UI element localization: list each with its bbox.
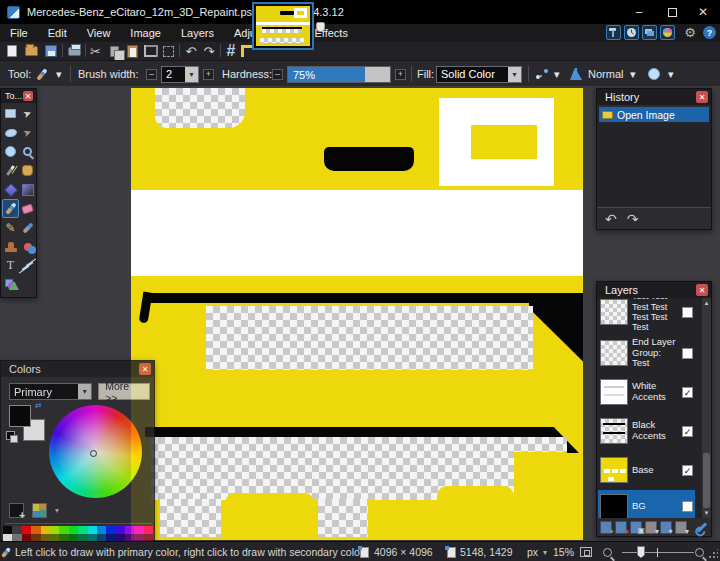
palette-swatch[interactable] <box>88 534 97 542</box>
scroll-down-arrow[interactable]: ▼ <box>702 508 711 518</box>
tools-panel-close-button[interactable]: ✕ <box>23 91 33 101</box>
menu-image[interactable]: Image <box>120 24 171 42</box>
tool-move-selection[interactable]: ➤ <box>19 123 36 142</box>
reset-colors-icon[interactable] <box>6 431 15 440</box>
palette-swatch[interactable] <box>3 534 12 542</box>
layers-panel-close-button[interactable]: ✕ <box>696 284 708 296</box>
zoom-in-button[interactable] <box>695 542 704 561</box>
layer-visibility-checkbox[interactable] <box>682 348 693 359</box>
history-item-open-image[interactable]: Open Image <box>599 107 709 122</box>
palette-swatch[interactable] <box>22 526 31 534</box>
brush-width-decrease[interactable]: – <box>146 61 157 87</box>
palette-swatch[interactable] <box>78 526 87 534</box>
move-layer-down-button[interactable]: ▾ <box>675 521 687 534</box>
tool-clone-stamp[interactable] <box>2 237 19 256</box>
palette-swatch[interactable] <box>31 526 40 534</box>
palette-swatch[interactable] <box>41 534 50 542</box>
close-button[interactable]: ✕ <box>688 0 718 24</box>
move-layer-up-button[interactable]: ✦ <box>660 521 672 534</box>
hardness-decrease[interactable]: – <box>272 61 283 87</box>
palette-swatch[interactable] <box>97 534 106 542</box>
layers-panel-toggle[interactable] <box>642 25 657 40</box>
print-button[interactable] <box>66 43 83 59</box>
tools-panel-titlebar[interactable]: To... ✕ <box>1 89 36 103</box>
menu-file[interactable]: File <box>0 24 38 42</box>
layer-visibility-checkbox[interactable]: ✓ <box>682 426 693 437</box>
brush-width-increase[interactable]: + <box>203 61 214 87</box>
palette-swatch[interactable] <box>12 534 21 542</box>
layer-row-end-layer-group[interactable]: End Layer Group: Test <box>598 334 695 372</box>
palette-swatch[interactable] <box>125 534 134 542</box>
tool-paint-bucket[interactable] <box>2 180 19 199</box>
palette-swatch[interactable] <box>116 534 125 542</box>
more-button[interactable]: More >> <box>98 383 150 400</box>
undo-button[interactable]: ↶ <box>183 43 199 59</box>
layers-scrollbar[interactable]: ▲ ▼ <box>702 298 711 518</box>
cut-button[interactable]: ✂ <box>88 43 103 59</box>
palette-swatch[interactable] <box>106 526 115 534</box>
save-button[interactable] <box>43 43 59 59</box>
history-panel-toggle[interactable] <box>624 25 639 40</box>
palette-swatch[interactable] <box>88 526 97 534</box>
fit-to-window-button[interactable] <box>580 542 592 561</box>
history-panel-titlebar[interactable]: History ✕ <box>597 89 711 105</box>
zoom-slider-track[interactable] <box>622 552 694 553</box>
tool-magic-wand[interactable] <box>2 161 19 180</box>
layers-panel-titlebar[interactable]: Layers ✕ <box>597 282 711 298</box>
menu-edit[interactable]: Edit <box>38 24 77 42</box>
paste-button[interactable] <box>124 43 140 59</box>
settings-gear-icon[interactable]: ⚙ <box>684 26 696 39</box>
layer-row-base[interactable]: Base ✓ <box>598 451 695 489</box>
tool-line-curve[interactable] <box>19 256 36 275</box>
menu-layers[interactable]: Layers <box>171 24 224 42</box>
grid-toggle-button[interactable]: # <box>224 43 238 59</box>
tool-eraser[interactable] <box>19 199 36 218</box>
palette-swatch[interactable] <box>31 534 40 542</box>
layer-row-bg[interactable]: BG <box>598 490 695 518</box>
selection-clip-button[interactable] <box>648 61 660 87</box>
tool-ellipse-select[interactable] <box>2 142 19 161</box>
fill-combo[interactable]: Solid Color▾ <box>436 61 522 87</box>
combo-arrow[interactable]: ▾ <box>78 384 91 399</box>
palette-swatch[interactable] <box>50 534 59 542</box>
minimize-button[interactable]: – <box>624 0 654 24</box>
tool-text[interactable]: T <box>2 256 19 275</box>
history-undo-button[interactable]: ↶ <box>605 211 617 227</box>
zoom-out-button[interactable] <box>603 542 612 561</box>
palette-swatch[interactable] <box>144 526 153 534</box>
tool-pan[interactable] <box>19 161 36 180</box>
redo-button[interactable]: ↷ <box>201 43 217 59</box>
combo-arrow[interactable]: ▾ <box>508 67 521 82</box>
selection-clip-caret[interactable]: ▾ <box>668 61 674 87</box>
palette-menu-button[interactable] <box>32 503 47 518</box>
maximize-button[interactable] <box>657 0 687 24</box>
colors-panel-toggle[interactable] <box>660 25 675 40</box>
layer-row-black-accents[interactable]: Black Accents ✓ <box>598 412 695 450</box>
open-file-button[interactable] <box>23 43 40 59</box>
color-mode-combo[interactable]: Primary ▾ <box>9 383 92 400</box>
add-layer-button[interactable]: + <box>600 521 612 534</box>
hardness-increase[interactable]: + <box>395 61 406 87</box>
help-button[interactable]: ? <box>703 26 716 39</box>
palette-swatch[interactable] <box>134 534 143 542</box>
primary-color-swatch[interactable] <box>9 405 31 427</box>
layer-properties-wrench-button[interactable] <box>697 522 708 533</box>
color-wheel-selector[interactable] <box>90 450 97 457</box>
colors-panel-close-button[interactable]: ✕ <box>139 363 151 375</box>
palette-swatch[interactable] <box>69 526 78 534</box>
antialiasing-caret[interactable]: ▾ <box>554 61 560 87</box>
scrollbar-thumb[interactable] <box>703 453 710 508</box>
palette-swatch[interactable] <box>78 534 87 542</box>
brush-width-combo[interactable]: 2▾ <box>161 61 199 87</box>
tool-recolor[interactable] <box>19 237 36 256</box>
tool-zoom[interactable] <box>19 142 36 161</box>
history-redo-button[interactable]: ↷ <box>627 211 639 227</box>
combo-arrow[interactable]: ▾ <box>185 67 198 82</box>
tool-color-picker[interactable] <box>19 218 36 237</box>
delete-layer-button[interactable]: × <box>615 521 627 534</box>
open-image-thumbnail[interactable] <box>252 2 314 50</box>
layer-row-test[interactable]: Test Test Test Test Test Test Test <box>598 298 695 332</box>
palette-swatch[interactable] <box>69 534 78 542</box>
layer-visibility-checkbox[interactable] <box>682 501 693 512</box>
tools-panel-toggle[interactable] <box>606 25 621 40</box>
